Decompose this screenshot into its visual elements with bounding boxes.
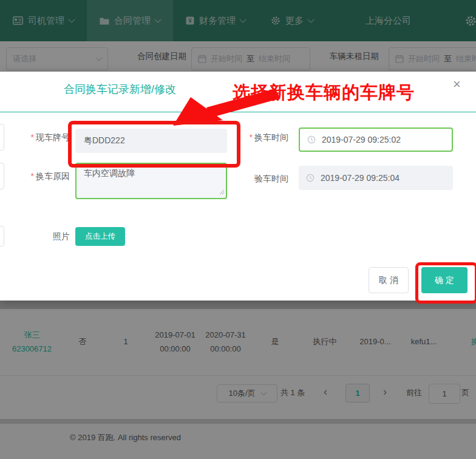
dialog-title: 合同换车记录新增/修改 (64, 82, 176, 97)
clock-icon (307, 135, 316, 144)
change-time-input[interactable]: 2019-07-29 09:25:02 (299, 127, 453, 152)
reason-textarea[interactable]: 车内空调故障 (75, 163, 227, 199)
resize-handle-icon[interactable] (219, 187, 225, 197)
close-icon[interactable]: × (453, 78, 461, 91)
cancel-button[interactable]: 取 消 (369, 267, 409, 293)
clock-icon (306, 174, 314, 182)
required-mark: * (31, 132, 34, 142)
reason-label: *换车原因 (18, 171, 70, 182)
change-time-value: 2019-07-29 09:25:02 (322, 135, 401, 144)
annotation-text: 选择新换车辆的车牌号 (233, 81, 415, 105)
cropped-field-fragment (0, 124, 4, 151)
title-divider (0, 112, 476, 112)
cropped-field-fragment (0, 163, 4, 189)
required-mark: * (250, 132, 253, 142)
inspect-time-input[interactable]: 2019-07-29 09:25:04 (299, 166, 453, 190)
inspect-time-value: 2019-07-29 09:25:04 (321, 173, 399, 183)
cropped-field-fragment (0, 226, 4, 246)
upload-button[interactable]: 点击上传 (75, 227, 125, 246)
required-mark: * (31, 171, 34, 181)
plate-value: 粤DDD222 (84, 135, 125, 146)
inspect-time-label: 验车时间 (240, 174, 288, 185)
app-page: 司机管理 合同管理 ¥ 财务管理 更多 上海分公司 (0, 0, 476, 459)
confirm-button[interactable]: 确 定 (421, 267, 467, 293)
change-car-dialog: 合同换车记录新增/修改 × *现车牌号 粤DDD222 *换车时间 2019-0… (0, 72, 476, 301)
reason-value: 车内空调故障 (84, 168, 135, 178)
plate-input[interactable]: 粤DDD222 (75, 129, 227, 153)
plate-label: *现车牌号 (18, 132, 70, 143)
change-time-label: *换车时间 (240, 132, 288, 143)
photo-label: 照片 (18, 231, 70, 242)
